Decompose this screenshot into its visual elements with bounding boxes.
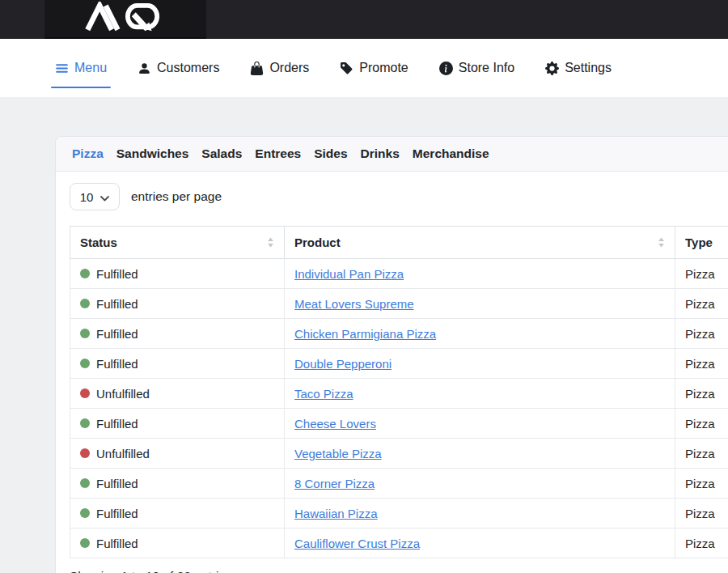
product-cell: Hawaiian Pizza: [285, 499, 675, 528]
status-dot-icon: [80, 478, 90, 488]
status-label: Fulfilled: [96, 297, 138, 311]
sort-icon[interactable]: [267, 237, 274, 248]
column-label: Product: [294, 236, 341, 249]
table-row: Unfulfilled Taco Pizza Pizza: [70, 379, 728, 409]
nav-item-orders[interactable]: Orders: [250, 61, 309, 75]
product-cell: Chicken Parmigiana Pizza: [285, 319, 675, 349]
type-cell: Pizza: [675, 409, 728, 439]
product-link[interactable]: Taco Pizza: [294, 387, 353, 401]
table-row: Fulfilled Meat Lovers Supreme Pizza: [70, 289, 728, 319]
type-label: Pizza: [685, 297, 715, 311]
status-cell: Fulfilled: [70, 319, 285, 349]
tab-drinks[interactable]: Drinks: [361, 144, 400, 163]
status-label: Fulfilled: [96, 267, 138, 281]
product-link[interactable]: Chicken Parmigiana Pizza: [294, 327, 436, 341]
product-cell: Individual Pan Pizza: [285, 259, 675, 289]
tab-sandwiches[interactable]: Sandwiches: [116, 144, 189, 163]
type-cell: Pizza: [675, 499, 728, 528]
table-row: Fulfilled Hawaiian Pizza Pizza: [70, 499, 728, 528]
status-cell: Unfulfilled: [70, 439, 285, 469]
page-content: PizzaSandwichesSaladsEntreesSidesDrinksM…: [0, 97, 728, 573]
product-cell: Meat Lovers Supreme: [285, 289, 675, 319]
type-label: Pizza: [685, 417, 715, 431]
column-header-status[interactable]: Status: [70, 227, 285, 259]
status-cell: Fulfilled: [70, 349, 285, 379]
table-row: Fulfilled Individual Pan Pizza Pizza: [70, 259, 728, 289]
status-cell: Fulfilled: [70, 289, 285, 319]
product-cell: Cheese Lovers: [285, 409, 675, 439]
status-label: Unfulfilled: [96, 447, 150, 461]
category-tabs: PizzaSandwichesSaladsEntreesSidesDrinksM…: [56, 137, 728, 172]
tab-salads[interactable]: Salads: [201, 144, 242, 163]
nav-item-customers[interactable]: Customers: [138, 61, 219, 75]
type-label: Pizza: [685, 537, 715, 550]
status-cell: Fulfilled: [70, 528, 285, 558]
product-link[interactable]: Cheese Lovers: [294, 417, 376, 431]
product-link[interactable]: Vegetable Pizza: [294, 447, 382, 461]
product-link[interactable]: Individual Pan Pizza: [294, 267, 404, 281]
status-label: Fulfilled: [96, 327, 138, 341]
table-row: Fulfilled Cheese Lovers Pizza: [70, 409, 728, 439]
info-circle-icon: [439, 62, 453, 75]
type-cell: Pizza: [675, 528, 728, 558]
product-link[interactable]: Cauliflower Crust Pizza: [294, 537, 420, 550]
type-label: Pizza: [685, 327, 715, 341]
status-dot-icon: [80, 269, 90, 278]
product-link[interactable]: Double Pepperoni: [294, 357, 392, 371]
bag-icon: [250, 62, 264, 75]
tab-pizza[interactable]: Pizza: [72, 144, 104, 163]
column-header-type: Type: [675, 227, 728, 259]
type-label: Pizza: [685, 507, 715, 520]
nav-item-promote[interactable]: Promote: [340, 61, 408, 75]
chevron-down-icon: [100, 190, 109, 204]
status-dot-icon: [80, 448, 90, 458]
tab-entrees[interactable]: Entrees: [255, 144, 301, 163]
type-cell: Pizza: [675, 439, 728, 469]
type-label: Pizza: [685, 477, 715, 490]
entries-summary: Showing 1 to 10 of 26 entries: [70, 569, 728, 573]
top-header-bar: [0, 0, 728, 39]
type-cell: Pizza: [675, 469, 728, 499]
nav-item-settings[interactable]: Settings: [545, 61, 612, 75]
product-cell: Vegetable Pizza: [285, 439, 675, 469]
brand-logo[interactable]: [44, 0, 206, 39]
status-label: Unfulfilled: [96, 387, 150, 401]
status-cell: Fulfilled: [70, 409, 285, 439]
tag-icon: [340, 62, 353, 75]
status-cell: Fulfilled: [70, 469, 285, 499]
product-link[interactable]: 8 Corner Pizza: [294, 477, 375, 490]
status-dot-icon: [80, 418, 90, 428]
status-label: Fulfilled: [96, 417, 138, 431]
card-body: 10 entries per page StatusProductType Fu…: [56, 172, 728, 573]
table-header-row: StatusProductType: [70, 227, 728, 259]
entries-per-page-value: 10: [80, 190, 94, 204]
entries-per-page-select[interactable]: 10: [70, 183, 120, 210]
brand-logo-icon: [85, 2, 167, 36]
hamburger-icon: [55, 62, 69, 75]
product-cell: Cauliflower Crust Pizza: [285, 528, 675, 558]
tab-merchandise[interactable]: Merchandise: [413, 144, 489, 163]
status-cell: Unfulfilled: [70, 379, 285, 409]
table-row: Fulfilled Double Pepperoni Pizza: [70, 349, 728, 379]
product-link[interactable]: Meat Lovers Supreme: [294, 297, 414, 311]
entries-per-page-label: entries per page: [131, 189, 222, 204]
type-cell: Pizza: [675, 289, 728, 319]
person-icon: [138, 62, 151, 75]
sort-icon[interactable]: [658, 237, 665, 248]
nav-item-menu[interactable]: Menu: [55, 61, 107, 75]
column-header-product[interactable]: Product: [285, 227, 675, 259]
column-label: Type: [685, 236, 713, 249]
status-label: Fulfilled: [96, 357, 138, 371]
status-cell: Fulfilled: [70, 259, 285, 289]
status-label: Fulfilled: [96, 537, 138, 550]
type-label: Pizza: [685, 357, 715, 371]
product-cell: Double Pepperoni: [285, 349, 675, 379]
table-row: Unfulfilled Vegetable Pizza Pizza: [70, 439, 728, 469]
tab-sides[interactable]: Sides: [314, 144, 347, 163]
nav-item-store-info[interactable]: Store Info: [439, 61, 514, 75]
type-label: Pizza: [685, 387, 715, 401]
type-label: Pizza: [685, 267, 715, 281]
status-dot-icon: [80, 538, 90, 548]
product-link[interactable]: Hawaiian Pizza: [294, 507, 378, 520]
status-dot-icon: [80, 359, 90, 368]
